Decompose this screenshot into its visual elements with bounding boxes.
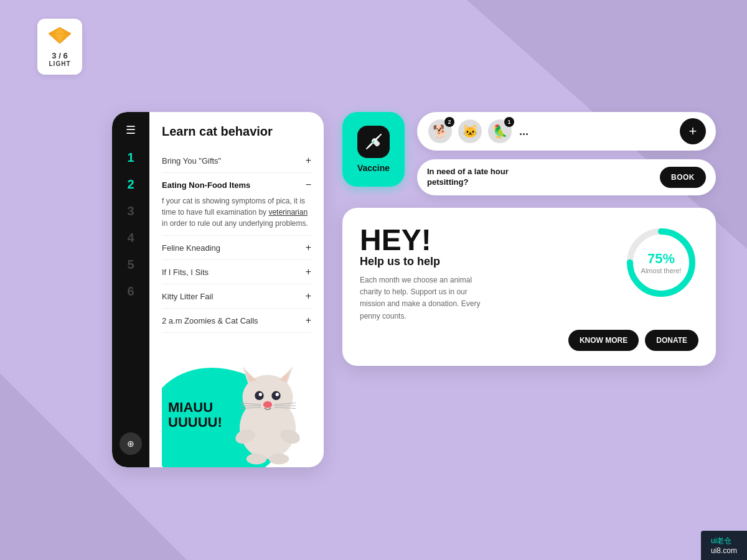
accordion-item-5: Kitty Litter Fail + [162,284,311,309]
sidebar-num-5[interactable]: 5 [127,258,134,272]
accordion-header-5[interactable]: Kitty Litter Fail + [162,291,311,302]
avatar-2-wrap: 🐱 [457,118,483,144]
avatar-1-badge: 2 [444,117,454,127]
right-cards-col: 🐕 2 🐱 🦜 1 ... + In need of a late ho [417,112,716,195]
card-title: Learn cat behavior [162,124,311,139]
expand-icon-5[interactable]: + [306,291,311,302]
vaccine-icon-bg [357,126,390,158]
content-area: Learn cat behavior Bring You "Gifts" + E… [149,112,324,467]
know-more-button[interactable]: KNOW MORE [568,330,639,351]
charity-card: HEY! Help us to help Each month we choos… [342,208,716,366]
sketch-label: LIGHT [47,60,72,67]
menu-icon[interactable]: ☰ [126,124,136,136]
pin-icon[interactable]: ⊕ [120,432,142,455]
expand-icon-1[interactable]: + [306,155,311,166]
progress-circle: 75% Almost there! [624,225,698,300]
expand-icon-4[interactable]: + [306,266,311,278]
avatars-card: 🐕 2 🐱 🦜 1 ... + [417,112,716,151]
accordion-header-3[interactable]: Feline Kneading + [162,242,311,253]
charity-left: HEY! Help us to help Each month we choos… [360,225,611,322]
cat-illustration [218,355,311,467]
sketch-count: 3 / 6 [47,51,72,60]
svg-point-22 [247,454,266,465]
book-button[interactable]: BOOK [660,167,706,188]
main-container: ☰ 1 2 3 4 5 6 ⊕ Learn cat behavior [112,112,716,467]
accordion-label-4: If I Fits, I Sits [162,268,209,277]
left-card: ☰ 1 2 3 4 5 6 ⊕ Learn cat behavior [112,112,324,467]
accordion-item-3: Feline Kneading + [162,236,311,260]
accordion-label-2: Eating Non-Food Items [162,180,250,190]
sidebar: ☰ 1 2 3 4 5 6 ⊕ [112,112,149,467]
accordion-header-2[interactable]: Eating Non-Food Items − [162,179,311,190]
sidebar-num-3[interactable]: 3 [127,204,134,218]
accordion-item-4: If I Fits, I Sits + [162,260,311,284]
sidebar-num-2[interactable]: 2 [127,177,134,192]
right-top-row: Vaccine 🐕 2 🐱 🦜 1 .. [342,112,716,195]
watermark: ui老仓 ui8.com [701,531,747,560]
charity-top: HEY! Help us to help Each month we choos… [360,225,698,322]
collapse-icon-2[interactable]: − [306,179,311,190]
accordion-label-1: Bring You "Gifts" [162,156,221,166]
accordion-header-1[interactable]: Bring You "Gifts" + [162,155,311,166]
accordion-header-6[interactable]: 2 a.m Zoomies & Cat Calls + [162,315,311,326]
sketch-badge: 3 / 6 LIGHT [37,19,82,75]
accordion-item-2: Eating Non-Food Items − f your cat is sh… [162,173,311,236]
right-panel: Vaccine 🐕 2 🐱 🦜 1 .. [342,112,716,467]
avatar-2: 🐱 [457,118,483,144]
syringe-icon [364,132,383,152]
progress-label: Almost there! [641,267,682,274]
petsitting-text: In need of a late hour petsitting? [427,167,514,188]
sidebar-num-4[interactable]: 4 [127,231,134,245]
cat-text-line1: MIAUU [168,400,222,415]
svg-point-11 [259,393,262,396]
accordion-body-2: f your cat is showing symptoms of pica, … [162,195,311,229]
add-avatar-button[interactable]: + [680,118,706,144]
charity-buttons: KNOW MORE DONATE [360,330,698,351]
sidebar-bottom: ⊕ [120,420,142,455]
accordion-item-1: Bring You "Gifts" + [162,149,311,173]
accordion-header-4[interactable]: If I Fits, I Sits + [162,266,311,278]
cat-section: MIAUU UUUUU! [162,343,311,467]
vaccine-card: Vaccine [342,112,405,187]
svg-point-12 [276,393,279,396]
sidebar-num-6[interactable]: 6 [127,284,134,299]
progress-inner: 75% Almost there! [641,251,682,274]
petsitting-card: In need of a late hour petsitting? BOOK [417,159,716,195]
avatar-1-wrap: 🐕 2 [427,118,453,144]
avatar-3-wrap: 🦜 1 [487,118,513,144]
donate-button[interactable]: DONATE [645,330,698,351]
avatar-3-badge: 1 [504,117,514,127]
cat-text: MIAUU UUUUU! [168,400,222,430]
sidebar-numbers: 1 2 3 4 5 6 [127,151,134,420]
accordion-label-3: Feline Kneading [162,243,220,253]
svg-line-28 [378,134,381,137]
svg-point-23 [269,454,289,465]
svg-line-27 [367,146,369,149]
svg-point-13 [263,401,272,408]
vaccine-label: Vaccine [357,163,390,173]
avatar-dots: ... [519,125,529,138]
accordion-item-6: 2 a.m Zoomies & Cat Calls + [162,309,311,333]
sketch-diamond-icon [47,26,72,45]
watermark-prefix: ui老仓 [711,536,731,545]
accordion-label-5: Kitty Litter Fail [162,292,213,301]
sidebar-num-1[interactable]: 1 [127,151,134,165]
expand-icon-6[interactable]: + [306,315,311,326]
charity-subtitle: Help us to help [360,255,611,268]
expand-icon-3[interactable]: + [306,242,311,253]
svg-rect-25 [371,138,381,147]
cat-text-line2: UUUUU! [168,415,222,430]
progress-percent: 75% [641,251,682,267]
charity-title: HEY! [360,225,611,255]
accordion-label-6: 2 a.m Zoomies & Cat Calls [162,316,258,325]
charity-description: Each month we choose an animal charity t… [360,274,484,322]
veterinarian-link[interactable]: veterinarian [268,208,308,217]
